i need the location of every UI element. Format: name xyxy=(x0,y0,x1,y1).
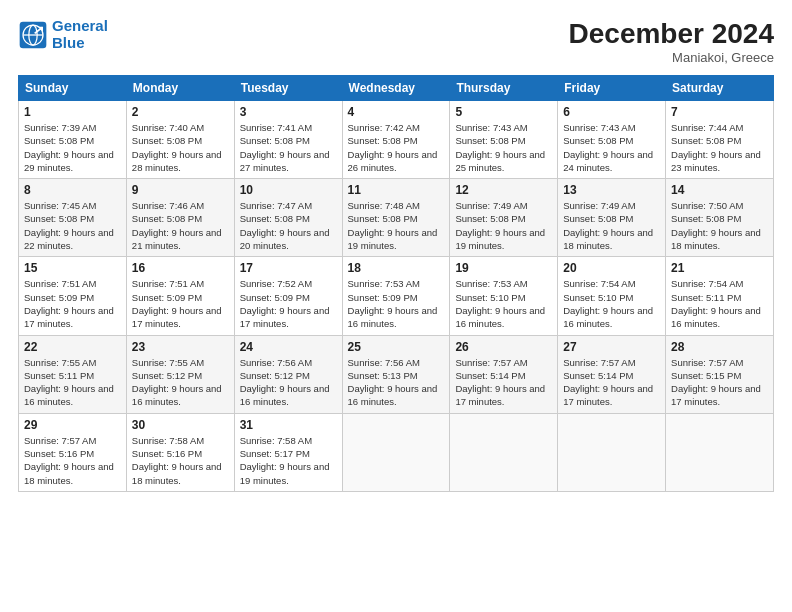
sunset-label: Sunset: xyxy=(240,213,275,224)
sunrise-label: Sunrise: xyxy=(240,278,278,289)
sunrise-time: 7:58 AM xyxy=(169,435,204,446)
sunrise-time: 7:53 AM xyxy=(385,278,420,289)
day-info: Sunrise: 7:40 AM Sunset: 5:08 PM Dayligh… xyxy=(132,121,229,174)
sunset-label: Sunset: xyxy=(671,135,706,146)
sunrise-label: Sunrise: xyxy=(24,357,62,368)
day-number: 13 xyxy=(563,183,660,197)
calendar-day-cell xyxy=(342,413,450,491)
day-info: Sunrise: 7:44 AM Sunset: 5:08 PM Dayligh… xyxy=(671,121,768,174)
day-info: Sunrise: 7:57 AM Sunset: 5:14 PM Dayligh… xyxy=(455,356,552,409)
sunrise-label: Sunrise: xyxy=(671,200,709,211)
calendar-day-cell: 15 Sunrise: 7:51 AM Sunset: 5:09 PM Dayl… xyxy=(19,257,127,335)
sunrise-time: 7:58 AM xyxy=(277,435,312,446)
sunset-label: Sunset: xyxy=(24,448,59,459)
daylight-label: Daylight: 9 hours and 24 minutes. xyxy=(563,149,653,173)
daylight-label: Daylight: 9 hours and 19 minutes. xyxy=(455,227,545,251)
sunrise-label: Sunrise: xyxy=(671,122,709,133)
calendar-day-cell: 30 Sunrise: 7:58 AM Sunset: 5:16 PM Dayl… xyxy=(126,413,234,491)
sunset-time: 5:10 PM xyxy=(490,292,525,303)
day-number: 11 xyxy=(348,183,445,197)
sunset-time: 5:16 PM xyxy=(167,448,202,459)
sunrise-label: Sunrise: xyxy=(348,278,386,289)
sunrise-time: 7:52 AM xyxy=(277,278,312,289)
sunset-time: 5:12 PM xyxy=(167,370,202,381)
logo-line1: General xyxy=(52,17,108,34)
sunrise-label: Sunrise: xyxy=(240,357,278,368)
day-info: Sunrise: 7:45 AM Sunset: 5:08 PM Dayligh… xyxy=(24,199,121,252)
sunset-time: 5:08 PM xyxy=(598,213,633,224)
sunrise-label: Sunrise: xyxy=(348,357,386,368)
day-number: 23 xyxy=(132,340,229,354)
sunset-label: Sunset: xyxy=(671,213,706,224)
day-info: Sunrise: 7:51 AM Sunset: 5:09 PM Dayligh… xyxy=(24,277,121,330)
day-info: Sunrise: 7:39 AM Sunset: 5:08 PM Dayligh… xyxy=(24,121,121,174)
sunset-time: 5:08 PM xyxy=(490,213,525,224)
page: General Blue December 2024 Maniakoi, Gre… xyxy=(0,0,792,612)
sunset-time: 5:16 PM xyxy=(59,448,94,459)
calendar-day-cell: 18 Sunrise: 7:53 AM Sunset: 5:09 PM Dayl… xyxy=(342,257,450,335)
sunrise-time: 7:46 AM xyxy=(169,200,204,211)
day-number: 27 xyxy=(563,340,660,354)
day-number: 15 xyxy=(24,261,121,275)
day-info: Sunrise: 7:43 AM Sunset: 5:08 PM Dayligh… xyxy=(455,121,552,174)
calendar-day-cell: 22 Sunrise: 7:55 AM Sunset: 5:11 PM Dayl… xyxy=(19,335,127,413)
daylight-label: Daylight: 9 hours and 17 minutes. xyxy=(24,305,114,329)
daylight-label: Daylight: 9 hours and 17 minutes. xyxy=(132,305,222,329)
sunset-label: Sunset: xyxy=(563,370,598,381)
sunset-label: Sunset: xyxy=(132,448,167,459)
sunset-label: Sunset: xyxy=(455,292,490,303)
sunset-label: Sunset: xyxy=(671,292,706,303)
sunset-label: Sunset: xyxy=(24,292,59,303)
daylight-label: Daylight: 9 hours and 17 minutes. xyxy=(563,383,653,407)
sunrise-time: 7:39 AM xyxy=(62,122,97,133)
sunset-label: Sunset: xyxy=(240,135,275,146)
day-info: Sunrise: 7:55 AM Sunset: 5:11 PM Dayligh… xyxy=(24,356,121,409)
day-info: Sunrise: 7:56 AM Sunset: 5:12 PM Dayligh… xyxy=(240,356,337,409)
calendar-day-cell: 12 Sunrise: 7:49 AM Sunset: 5:08 PM Dayl… xyxy=(450,179,558,257)
daylight-label: Daylight: 9 hours and 19 minutes. xyxy=(348,227,438,251)
daylight-label: Daylight: 9 hours and 19 minutes. xyxy=(240,461,330,485)
day-number: 28 xyxy=(671,340,768,354)
sunset-time: 5:08 PM xyxy=(167,213,202,224)
sunrise-time: 7:42 AM xyxy=(385,122,420,133)
sunset-time: 5:08 PM xyxy=(382,213,417,224)
day-info: Sunrise: 7:53 AM Sunset: 5:09 PM Dayligh… xyxy=(348,277,445,330)
day-number: 20 xyxy=(563,261,660,275)
daylight-label: Daylight: 9 hours and 20 minutes. xyxy=(240,227,330,251)
sunrise-label: Sunrise: xyxy=(671,357,709,368)
sunset-label: Sunset: xyxy=(240,370,275,381)
sunset-label: Sunset: xyxy=(24,213,59,224)
day-info: Sunrise: 7:58 AM Sunset: 5:17 PM Dayligh… xyxy=(240,434,337,487)
sunrise-label: Sunrise: xyxy=(348,122,386,133)
sunset-time: 5:09 PM xyxy=(275,292,310,303)
sunrise-time: 7:50 AM xyxy=(709,200,744,211)
sunset-label: Sunset: xyxy=(563,135,598,146)
sunrise-label: Sunrise: xyxy=(240,122,278,133)
calendar-body: 1 Sunrise: 7:39 AM Sunset: 5:08 PM Dayli… xyxy=(19,101,774,492)
day-info: Sunrise: 7:50 AM Sunset: 5:08 PM Dayligh… xyxy=(671,199,768,252)
calendar-header-row: SundayMondayTuesdayWednesdayThursdayFrid… xyxy=(19,76,774,101)
sunrise-label: Sunrise: xyxy=(455,278,493,289)
day-number: 21 xyxy=(671,261,768,275)
calendar-day-cell: 4 Sunrise: 7:42 AM Sunset: 5:08 PM Dayli… xyxy=(342,101,450,179)
calendar-day-cell: 3 Sunrise: 7:41 AM Sunset: 5:08 PM Dayli… xyxy=(234,101,342,179)
day-info: Sunrise: 7:43 AM Sunset: 5:08 PM Dayligh… xyxy=(563,121,660,174)
sunrise-label: Sunrise: xyxy=(563,200,601,211)
sunset-label: Sunset: xyxy=(348,370,383,381)
calendar-day-cell: 17 Sunrise: 7:52 AM Sunset: 5:09 PM Dayl… xyxy=(234,257,342,335)
daylight-label: Daylight: 9 hours and 18 minutes. xyxy=(24,461,114,485)
sunset-time: 5:14 PM xyxy=(598,370,633,381)
sunrise-time: 7:51 AM xyxy=(169,278,204,289)
sunset-time: 5:08 PM xyxy=(706,135,741,146)
logo: General Blue xyxy=(18,18,108,51)
sunset-time: 5:11 PM xyxy=(59,370,94,381)
sunset-label: Sunset: xyxy=(455,135,490,146)
sunset-time: 5:09 PM xyxy=(382,292,417,303)
calendar-day-cell: 25 Sunrise: 7:56 AM Sunset: 5:13 PM Dayl… xyxy=(342,335,450,413)
calendar-day-cell: 8 Sunrise: 7:45 AM Sunset: 5:08 PM Dayli… xyxy=(19,179,127,257)
sunset-label: Sunset: xyxy=(455,213,490,224)
sunrise-label: Sunrise: xyxy=(240,435,278,446)
day-info: Sunrise: 7:56 AM Sunset: 5:13 PM Dayligh… xyxy=(348,356,445,409)
day-info: Sunrise: 7:55 AM Sunset: 5:12 PM Dayligh… xyxy=(132,356,229,409)
daylight-label: Daylight: 9 hours and 17 minutes. xyxy=(240,305,330,329)
